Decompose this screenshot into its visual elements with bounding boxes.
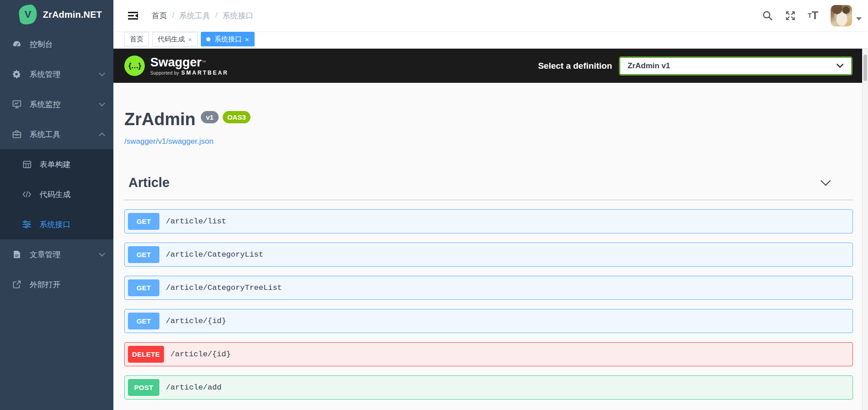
swagger-brand-name: Swagger™ [150,56,229,69]
oas3-badge: OAS3 [223,111,250,123]
document-icon [12,249,22,259]
breadcrumb-system-tools: 系统工具 [179,10,210,21]
user-menu[interactable] [831,5,862,26]
sidebar-item-form-builder[interactable]: 表单构建 [0,149,113,179]
close-icon[interactable]: × [245,36,249,43]
dashboard-icon [12,39,22,49]
breadcrumb-system-api: 系统接口 [222,10,253,21]
swagger-logo-icon: {…} [124,56,145,76]
fullscreen-icon[interactable] [785,10,796,21]
font-size-small-t: T [808,12,812,19]
monitor-icon [12,99,22,109]
swagger-supported-by: Supported bySMARTBEAR [150,70,229,76]
sidebar-item-code-gen[interactable]: 代码生成 [0,179,113,209]
sidebar-item-system-tools[interactable]: 系统工具 [0,119,113,149]
endpoint-row[interactable]: GET /article/list [124,209,853,233]
chevron-up-icon [99,132,105,137]
font-size-icon[interactable]: TT [808,9,818,22]
method-badge: GET [128,279,159,296]
close-icon[interactable]: × [188,36,192,43]
tab-label: 代码生成 [158,35,185,44]
sidebar-item-external-open[interactable]: 外部打开 [0,269,113,299]
sidebar-item-dashboard[interactable]: 控制台 [0,29,113,59]
chevron-down-icon [836,63,844,68]
app-logo[interactable]: V ZrAdmin.NET [0,0,113,29]
tab-label: 系统接口 [214,35,242,44]
sidebar-item-article-manage[interactable]: 文章管理 [0,239,113,269]
select-definition-label: Select a definition [538,61,612,71]
font-size-large-t: T [812,9,818,22]
app-title: ZrAdmin.NET [43,10,102,20]
tag-section-article: Article GET /article/list GET /article/C… [124,175,853,400]
breadcrumb-separator: / [172,11,174,20]
endpoint-row[interactable]: GET /article/{id} [124,309,853,333]
endpoint-row[interactable]: DELETE /article/{id} [124,342,853,366]
search-icon[interactable] [762,10,773,21]
sidebar: V ZrAdmin.NET 控制台 系统管理 系统监控 [0,0,113,410]
endpoint-path: /article/CategoryTreeList [166,283,282,292]
avatar[interactable] [831,5,852,26]
endpoint-row[interactable]: GET /article/CategoryList [124,243,853,267]
swagger-topbar: {…} Swagger™ Supported bySMARTBEAR Selec… [113,49,862,83]
method-badge: DELETE [128,346,164,363]
endpoint-path: /article/add [166,383,221,392]
sidebar-submenu-system-tools: 表单构建 代码生成 系统接口 [0,149,113,239]
method-badge: GET [128,246,159,263]
sidebar-item-system-api[interactable]: 系统接口 [0,209,113,239]
method-badge: GET [128,313,159,329]
sidebar-collapse-icon[interactable] [128,11,138,20]
scrollbar-track[interactable] [862,49,868,410]
chevron-down-icon [99,253,105,257]
endpoint-row[interactable]: GET /article/CategoryTreeList [124,276,853,300]
chevron-down-icon [99,102,105,106]
method-badge: GET [128,213,159,230]
external-link-icon [12,279,22,289]
tab-home[interactable]: 首页 [124,32,149,46]
main-area: 首页 / 系统工具 / 系统接口 TT 首页 代 [113,0,868,410]
tag-section-title: Article [128,175,169,190]
endpoint-row[interactable]: POST /article/add [124,375,853,400]
endpoint-path: /article/{id} [166,317,226,325]
definition-select[interactable]: ZrAdmin v1 [619,56,853,76]
sidebar-item-system-manage[interactable]: 系统管理 [0,59,113,89]
logo-icon: V [18,4,38,25]
tags-view-bar: 首页 代码生成 × 系统接口 × [113,31,868,49]
spec-url-link[interactable]: /swagger/v1/swagger.json [124,137,214,146]
tag-section-header[interactable]: Article [124,175,853,200]
swagger-logo: {…} Swagger™ Supported bySMARTBEAR [124,56,229,76]
breadcrumb-home[interactable]: 首页 [152,10,167,21]
api-title: ZrAdmin [124,109,195,129]
gear-icon [12,69,22,79]
scrollbar-thumb[interactable] [863,55,867,81]
api-info: ZrAdmin v1 OAS3 /swagger/v1/swagger.json [124,83,862,146]
method-badge: POST [128,379,159,396]
endpoint-path: /article/{id} [170,350,231,359]
sidebar-item-system-monitor[interactable]: 系统监控 [0,89,113,119]
chevron-down-icon[interactable] [820,180,831,186]
swagger-content: ZrAdmin v1 OAS3 /swagger/v1/swagger.json… [113,83,862,410]
toolbox-icon [12,129,22,139]
tab-code-gen[interactable]: 代码生成 × [152,32,198,46]
code-icon [22,189,32,199]
endpoint-path: /article/CategoryList [166,250,263,259]
table-icon [22,159,32,169]
active-tab-dot [206,37,210,41]
chevron-down-icon [99,72,105,76]
version-badge: v1 [201,111,219,123]
tab-label: 首页 [130,35,143,44]
navbar-actions: TT [750,5,862,26]
top-navbar: 首页 / 系统工具 / 系统接口 TT [113,0,868,31]
tab-system-api[interactable]: 系统接口 × [201,32,255,46]
definition-select-value: ZrAdmin v1 [628,61,670,71]
caret-down-icon [856,17,862,20]
breadcrumb: 首页 / 系统工具 / 系统接口 [152,10,253,21]
sidebar-menu: 控制台 系统管理 系统监控 系统工具 [0,29,113,299]
breadcrumb-separator: / [215,11,218,20]
sliders-icon [22,219,32,229]
endpoint-path: /article/list [166,217,226,226]
